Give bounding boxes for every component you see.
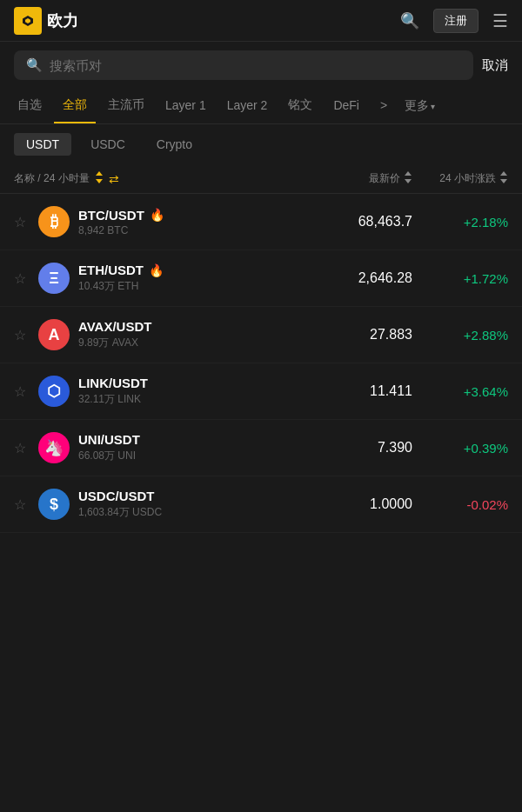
coin-info-btc: BTC/USDT 🔥 8,942 BTC xyxy=(78,208,299,236)
coin-pair-usdc: USDC/USDT xyxy=(78,489,299,503)
logo-text: 欧力 xyxy=(47,10,78,31)
coin-change-btc: +2.18% xyxy=(412,215,508,230)
col-name: 名称 / 24 小时量 ⇄ xyxy=(14,171,299,186)
star-icon[interactable]: ☆ xyxy=(14,327,38,343)
sort-change-icon[interactable] xyxy=(499,171,508,186)
logo: 欧力 xyxy=(14,7,78,35)
coin-pair-uni: UNI/USDT xyxy=(78,432,299,447)
star-icon[interactable]: ☆ xyxy=(14,440,38,456)
register-button[interactable]: 注册 xyxy=(433,9,478,33)
coin-info-usdc: USDC/USDT 1,603.84万 USDC xyxy=(78,489,299,520)
coin-volume-usdc: 1,603.84万 USDC xyxy=(78,505,299,520)
tab-mainstream[interactable]: 主流币 xyxy=(99,89,153,123)
table-row[interactable]: ☆ A AVAX/USDT 9.89万 AVAX 27.883 +2.88% xyxy=(0,307,522,363)
star-icon[interactable]: ☆ xyxy=(14,496,38,513)
search-icon-small: 🔍 xyxy=(26,57,43,73)
table-row[interactable]: ☆ ₿ BTC/USDT 🔥 8,942 BTC 68,463.7 +2.18% xyxy=(0,194,522,250)
tab-all[interactable]: 全部 xyxy=(54,89,96,123)
hot-icon: 🔥 xyxy=(149,263,164,277)
coin-info-link: LINK/USDT 32.11万 LINK xyxy=(78,376,299,407)
table-header: 名称 / 24 小时量 ⇄ 最新价 24 小时涨跌 xyxy=(0,164,522,194)
coin-volume-avax: 9.89万 AVAX xyxy=(78,336,299,350)
app-header: 欧力 🔍 注册 ☰ xyxy=(0,0,522,42)
table-row[interactable]: ☆ $ USDC/USDT 1,603.84万 USDC 1.0000 -0.0… xyxy=(0,476,522,533)
svg-marker-7 xyxy=(500,171,507,176)
sub-tabs: USDT USDC Crypto xyxy=(0,124,522,164)
coin-icon-link: ⬡ xyxy=(38,376,70,407)
coin-price-link: 11.411 xyxy=(299,383,412,399)
svg-marker-8 xyxy=(500,179,507,183)
coin-price-avax: 27.883 xyxy=(299,327,412,343)
coin-volume-uni: 66.08万 UNI xyxy=(78,449,299,463)
subtab-usdc[interactable]: USDC xyxy=(78,133,137,156)
coin-volume-link: 32.11万 LINK xyxy=(78,392,299,407)
tab-inscription[interactable]: 铭文 xyxy=(279,89,321,123)
coin-icon-avax: A xyxy=(38,319,70,350)
chevron-down-icon: ▾ xyxy=(431,102,435,111)
menu-icon[interactable]: ☰ xyxy=(492,10,508,31)
tab-defi[interactable]: DeFi xyxy=(325,90,368,123)
search-input-wrap[interactable]: 🔍 xyxy=(14,50,473,80)
coin-info-avax: AVAX/USDT 9.89万 AVAX xyxy=(78,319,299,350)
sort-price-icon[interactable] xyxy=(404,171,412,186)
table-row[interactable]: ☆ 🦄 UNI/USDT 66.08万 UNI 7.390 +0.39% xyxy=(0,420,522,476)
coin-icon-eth: Ξ xyxy=(38,263,70,294)
star-icon[interactable]: ☆ xyxy=(14,214,38,230)
coin-price-eth: 2,646.28 xyxy=(299,270,412,286)
coin-pair-avax: AVAX/USDT xyxy=(78,319,299,334)
search-icon[interactable]: 🔍 xyxy=(400,11,419,30)
nav-tabs: 自选 全部 主流币 Layer 1 Layer 2 铭文 DeFi > 更多 ▾ xyxy=(0,89,522,124)
coin-price-uni: 7.390 xyxy=(299,440,412,456)
tab-watchlist[interactable]: 自选 xyxy=(9,89,50,123)
coin-price-btc: 68,463.7 xyxy=(299,214,412,230)
coin-volume-eth: 10.43万 ETH xyxy=(78,279,299,294)
table-row[interactable]: ☆ Ξ ETH/USDT 🔥 10.43万 ETH 2,646.28 +1.72… xyxy=(0,250,522,307)
cancel-button[interactable]: 取消 xyxy=(482,57,508,74)
subtab-usdt[interactable]: USDT xyxy=(14,133,71,156)
svg-marker-3 xyxy=(96,171,103,176)
tab-layer1[interactable]: Layer 1 xyxy=(157,90,215,123)
coin-change-uni: +0.39% xyxy=(412,441,508,456)
svg-marker-6 xyxy=(405,179,412,183)
star-icon[interactable]: ☆ xyxy=(14,270,38,287)
coin-list: ☆ ₿ BTC/USDT 🔥 8,942 BTC 68,463.7 +2.18%… xyxy=(0,194,522,533)
svg-marker-4 xyxy=(96,179,103,183)
search-input[interactable] xyxy=(50,58,461,73)
table-row[interactable]: ☆ ⬡ LINK/USDT 32.11万 LINK 11.411 +3.64% xyxy=(0,363,522,420)
star-icon[interactable]: ☆ xyxy=(14,383,38,400)
logo-icon xyxy=(14,7,42,35)
col-change: 24 小时涨跌 xyxy=(412,171,508,186)
coin-pair-eth: ETH/USDT 🔥 xyxy=(78,263,299,277)
coin-info-eth: ETH/USDT 🔥 10.43万 ETH xyxy=(78,263,299,294)
coin-change-link: +3.64% xyxy=(412,384,508,399)
coin-pair-btc: BTC/USDT 🔥 xyxy=(78,208,299,223)
col-price: 最新价 xyxy=(299,171,412,186)
subtab-crypto[interactable]: Crypto xyxy=(144,133,204,156)
coin-volume-btc: 8,942 BTC xyxy=(78,224,299,236)
hot-icon: 🔥 xyxy=(150,208,164,222)
coin-icon-btc: ₿ xyxy=(38,206,70,237)
search-bar: 🔍 取消 xyxy=(0,42,522,89)
coin-change-eth: +1.72% xyxy=(412,271,508,286)
svg-marker-5 xyxy=(405,171,412,176)
coin-icon-uni: 🦄 xyxy=(38,432,70,463)
sort-name-icon[interactable] xyxy=(95,171,104,186)
coin-pair-link: LINK/USDT xyxy=(78,376,299,390)
exchange-icon[interactable]: ⇄ xyxy=(109,172,119,186)
more-button[interactable]: 更多 ▾ xyxy=(399,90,440,123)
coin-info-uni: UNI/USDT 66.08万 UNI xyxy=(78,432,299,463)
coin-price-usdc: 1.0000 xyxy=(299,496,412,512)
header-actions: 🔍 注册 ☰ xyxy=(400,9,508,33)
coin-icon-usdc: $ xyxy=(38,489,70,520)
coin-change-usdc: -0.02% xyxy=(412,497,508,512)
tab-more-arrow[interactable]: > xyxy=(371,90,396,123)
tab-layer2[interactable]: Layer 2 xyxy=(218,90,277,123)
coin-change-avax: +2.88% xyxy=(412,328,508,343)
